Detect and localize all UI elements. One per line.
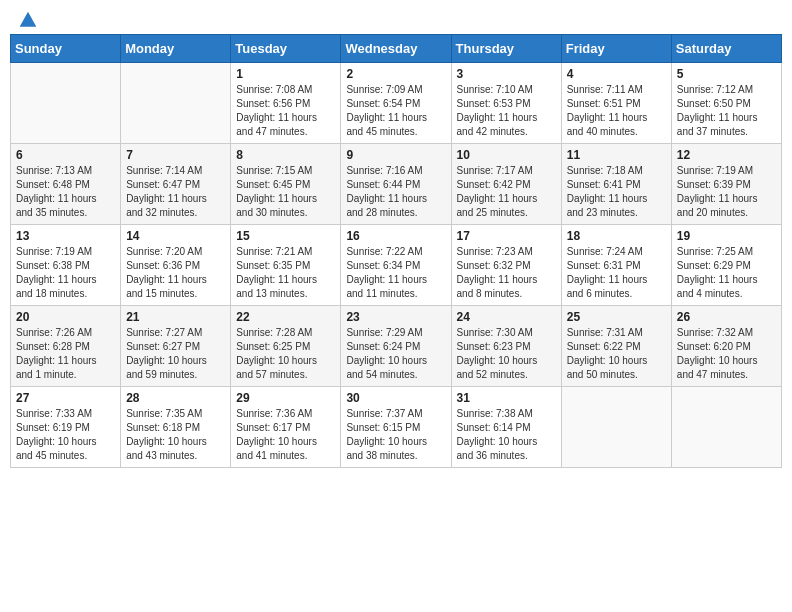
logo <box>14 10 38 26</box>
day-info: Sunrise: 7:10 AM Sunset: 6:53 PM Dayligh… <box>457 83 556 139</box>
day-number: 23 <box>346 310 445 324</box>
day-number: 12 <box>677 148 776 162</box>
day-number: 22 <box>236 310 335 324</box>
calendar-cell: 29Sunrise: 7:36 AM Sunset: 6:17 PM Dayli… <box>231 387 341 468</box>
day-number: 11 <box>567 148 666 162</box>
calendar-cell <box>671 387 781 468</box>
calendar-week-row: 6Sunrise: 7:13 AM Sunset: 6:48 PM Daylig… <box>11 144 782 225</box>
calendar-cell: 23Sunrise: 7:29 AM Sunset: 6:24 PM Dayli… <box>341 306 451 387</box>
calendar-cell: 10Sunrise: 7:17 AM Sunset: 6:42 PM Dayli… <box>451 144 561 225</box>
day-number: 26 <box>677 310 776 324</box>
day-number: 8 <box>236 148 335 162</box>
day-info: Sunrise: 7:08 AM Sunset: 6:56 PM Dayligh… <box>236 83 335 139</box>
calendar-cell: 4Sunrise: 7:11 AM Sunset: 6:51 PM Daylig… <box>561 63 671 144</box>
day-number: 15 <box>236 229 335 243</box>
day-info: Sunrise: 7:31 AM Sunset: 6:22 PM Dayligh… <box>567 326 666 382</box>
day-info: Sunrise: 7:15 AM Sunset: 6:45 PM Dayligh… <box>236 164 335 220</box>
column-header-friday: Friday <box>561 35 671 63</box>
calendar-cell: 20Sunrise: 7:26 AM Sunset: 6:28 PM Dayli… <box>11 306 121 387</box>
day-number: 24 <box>457 310 556 324</box>
day-number: 3 <box>457 67 556 81</box>
logo-icon <box>18 10 38 30</box>
day-number: 27 <box>16 391 115 405</box>
day-number: 18 <box>567 229 666 243</box>
day-number: 17 <box>457 229 556 243</box>
day-info: Sunrise: 7:19 AM Sunset: 6:38 PM Dayligh… <box>16 245 115 301</box>
calendar-cell: 15Sunrise: 7:21 AM Sunset: 6:35 PM Dayli… <box>231 225 341 306</box>
day-number: 16 <box>346 229 445 243</box>
day-number: 4 <box>567 67 666 81</box>
column-header-thursday: Thursday <box>451 35 561 63</box>
day-number: 31 <box>457 391 556 405</box>
day-info: Sunrise: 7:25 AM Sunset: 6:29 PM Dayligh… <box>677 245 776 301</box>
column-header-sunday: Sunday <box>11 35 121 63</box>
calendar-cell <box>561 387 671 468</box>
calendar-cell: 2Sunrise: 7:09 AM Sunset: 6:54 PM Daylig… <box>341 63 451 144</box>
day-number: 28 <box>126 391 225 405</box>
calendar-week-row: 1Sunrise: 7:08 AM Sunset: 6:56 PM Daylig… <box>11 63 782 144</box>
calendar-header-row: SundayMondayTuesdayWednesdayThursdayFrid… <box>11 35 782 63</box>
day-info: Sunrise: 7:11 AM Sunset: 6:51 PM Dayligh… <box>567 83 666 139</box>
calendar-cell: 13Sunrise: 7:19 AM Sunset: 6:38 PM Dayli… <box>11 225 121 306</box>
day-info: Sunrise: 7:14 AM Sunset: 6:47 PM Dayligh… <box>126 164 225 220</box>
calendar-cell: 12Sunrise: 7:19 AM Sunset: 6:39 PM Dayli… <box>671 144 781 225</box>
day-info: Sunrise: 7:29 AM Sunset: 6:24 PM Dayligh… <box>346 326 445 382</box>
calendar-cell: 21Sunrise: 7:27 AM Sunset: 6:27 PM Dayli… <box>121 306 231 387</box>
day-info: Sunrise: 7:16 AM Sunset: 6:44 PM Dayligh… <box>346 164 445 220</box>
day-number: 13 <box>16 229 115 243</box>
calendar-cell: 5Sunrise: 7:12 AM Sunset: 6:50 PM Daylig… <box>671 63 781 144</box>
calendar-cell: 24Sunrise: 7:30 AM Sunset: 6:23 PM Dayli… <box>451 306 561 387</box>
day-info: Sunrise: 7:32 AM Sunset: 6:20 PM Dayligh… <box>677 326 776 382</box>
day-info: Sunrise: 7:28 AM Sunset: 6:25 PM Dayligh… <box>236 326 335 382</box>
calendar-cell <box>121 63 231 144</box>
day-info: Sunrise: 7:18 AM Sunset: 6:41 PM Dayligh… <box>567 164 666 220</box>
calendar-cell: 9Sunrise: 7:16 AM Sunset: 6:44 PM Daylig… <box>341 144 451 225</box>
calendar-table: SundayMondayTuesdayWednesdayThursdayFrid… <box>10 34 782 468</box>
day-number: 5 <box>677 67 776 81</box>
calendar-cell: 16Sunrise: 7:22 AM Sunset: 6:34 PM Dayli… <box>341 225 451 306</box>
column-header-monday: Monday <box>121 35 231 63</box>
page-header <box>10 10 782 26</box>
day-info: Sunrise: 7:17 AM Sunset: 6:42 PM Dayligh… <box>457 164 556 220</box>
calendar-cell: 18Sunrise: 7:24 AM Sunset: 6:31 PM Dayli… <box>561 225 671 306</box>
calendar-cell: 25Sunrise: 7:31 AM Sunset: 6:22 PM Dayli… <box>561 306 671 387</box>
day-info: Sunrise: 7:36 AM Sunset: 6:17 PM Dayligh… <box>236 407 335 463</box>
day-info: Sunrise: 7:37 AM Sunset: 6:15 PM Dayligh… <box>346 407 445 463</box>
day-info: Sunrise: 7:09 AM Sunset: 6:54 PM Dayligh… <box>346 83 445 139</box>
column-header-tuesday: Tuesday <box>231 35 341 63</box>
column-header-saturday: Saturday <box>671 35 781 63</box>
calendar-cell <box>11 63 121 144</box>
calendar-cell: 27Sunrise: 7:33 AM Sunset: 6:19 PM Dayli… <box>11 387 121 468</box>
calendar-week-row: 13Sunrise: 7:19 AM Sunset: 6:38 PM Dayli… <box>11 225 782 306</box>
calendar-cell: 19Sunrise: 7:25 AM Sunset: 6:29 PM Dayli… <box>671 225 781 306</box>
calendar-cell: 6Sunrise: 7:13 AM Sunset: 6:48 PM Daylig… <box>11 144 121 225</box>
svg-marker-0 <box>20 12 37 27</box>
calendar-week-row: 27Sunrise: 7:33 AM Sunset: 6:19 PM Dayli… <box>11 387 782 468</box>
calendar-cell: 26Sunrise: 7:32 AM Sunset: 6:20 PM Dayli… <box>671 306 781 387</box>
day-info: Sunrise: 7:27 AM Sunset: 6:27 PM Dayligh… <box>126 326 225 382</box>
day-info: Sunrise: 7:22 AM Sunset: 6:34 PM Dayligh… <box>346 245 445 301</box>
day-info: Sunrise: 7:26 AM Sunset: 6:28 PM Dayligh… <box>16 326 115 382</box>
day-number: 2 <box>346 67 445 81</box>
calendar-cell: 28Sunrise: 7:35 AM Sunset: 6:18 PM Dayli… <box>121 387 231 468</box>
day-info: Sunrise: 7:24 AM Sunset: 6:31 PM Dayligh… <box>567 245 666 301</box>
day-info: Sunrise: 7:13 AM Sunset: 6:48 PM Dayligh… <box>16 164 115 220</box>
day-info: Sunrise: 7:20 AM Sunset: 6:36 PM Dayligh… <box>126 245 225 301</box>
day-number: 10 <box>457 148 556 162</box>
day-number: 1 <box>236 67 335 81</box>
day-number: 20 <box>16 310 115 324</box>
day-number: 25 <box>567 310 666 324</box>
calendar-cell: 1Sunrise: 7:08 AM Sunset: 6:56 PM Daylig… <box>231 63 341 144</box>
day-number: 19 <box>677 229 776 243</box>
day-number: 9 <box>346 148 445 162</box>
calendar-cell: 3Sunrise: 7:10 AM Sunset: 6:53 PM Daylig… <box>451 63 561 144</box>
calendar-cell: 31Sunrise: 7:38 AM Sunset: 6:14 PM Dayli… <box>451 387 561 468</box>
calendar-cell: 14Sunrise: 7:20 AM Sunset: 6:36 PM Dayli… <box>121 225 231 306</box>
day-number: 29 <box>236 391 335 405</box>
day-number: 21 <box>126 310 225 324</box>
day-info: Sunrise: 7:19 AM Sunset: 6:39 PM Dayligh… <box>677 164 776 220</box>
calendar-cell: 8Sunrise: 7:15 AM Sunset: 6:45 PM Daylig… <box>231 144 341 225</box>
day-info: Sunrise: 7:38 AM Sunset: 6:14 PM Dayligh… <box>457 407 556 463</box>
column-header-wednesday: Wednesday <box>341 35 451 63</box>
day-info: Sunrise: 7:12 AM Sunset: 6:50 PM Dayligh… <box>677 83 776 139</box>
